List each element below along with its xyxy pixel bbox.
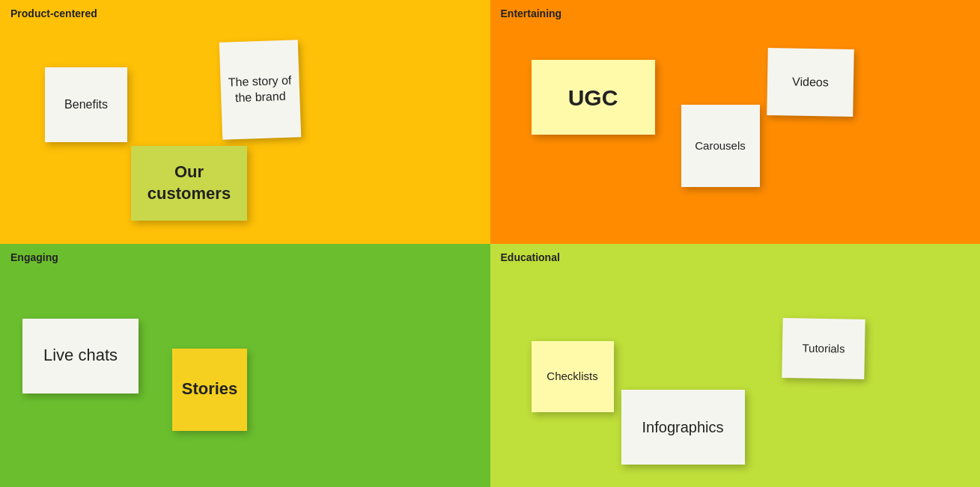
note-tutorials[interactable]: Tutorials (782, 318, 865, 379)
note-checklists[interactable]: Checklists (532, 341, 614, 412)
q1-label: Product-centered (10, 7, 97, 19)
note-infographics[interactable]: Infographics (621, 390, 745, 465)
note-ugc[interactable]: UGC (532, 60, 655, 135)
q2-label: Entertaining (501, 7, 562, 19)
content-grid: Product-centered Benefits The story of t… (0, 0, 980, 487)
quadrant-educational: Educational Checklists Infographics Tuto… (490, 244, 981, 488)
quadrant-product-centered: Product-centered Benefits The story of t… (0, 0, 490, 244)
q4-label: Educational (501, 251, 560, 263)
quadrant-engaging: Engaging Live chats Stories (0, 244, 490, 488)
note-live-chats[interactable]: Live chats (22, 319, 139, 393)
quadrant-entertaining: Entertaining UGC Carousels Videos (490, 0, 981, 244)
note-stories[interactable]: Stories (172, 349, 247, 431)
note-carousels[interactable]: Carousels (681, 105, 760, 187)
q3-label: Engaging (10, 251, 58, 263)
note-our-customers[interactable]: Our customers (131, 146, 247, 221)
note-brand-story[interactable]: The story of the brand (219, 40, 301, 140)
note-videos[interactable]: Videos (767, 48, 854, 117)
note-benefits[interactable]: Benefits (45, 67, 127, 142)
